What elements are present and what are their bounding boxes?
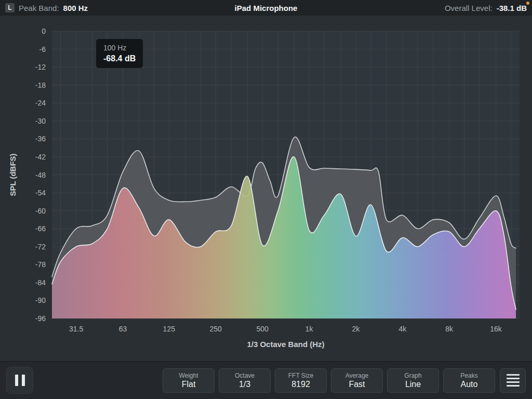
toolbar-button-average[interactable]: Average Fast	[331, 368, 383, 393]
svg-text:-72: -72	[35, 243, 46, 251]
channel-badge[interactable]: L	[5, 3, 15, 12]
button-label: Average	[345, 373, 368, 379]
svg-text:-84: -84	[35, 278, 46, 287]
spectrum-chart: 31.5631252505001k2k4k8k16k0-6-12-18-24-3…	[0, 16, 532, 361]
button-label: Octave	[235, 373, 255, 379]
pause-button[interactable]	[6, 367, 33, 394]
svg-text:250: 250	[210, 325, 222, 333]
svg-text:16k: 16k	[490, 325, 502, 333]
button-value: 8192	[291, 380, 310, 389]
hamburger-menu-icon	[507, 374, 520, 387]
bottom-toolbar: Weight Flat Octave 1/3 FFT Size 8192 Ave…	[0, 361, 532, 399]
svg-text:-78: -78	[35, 260, 46, 269]
button-label: Peaks	[460, 373, 477, 379]
svg-text:31.5: 31.5	[69, 325, 83, 333]
svg-text:500: 500	[256, 325, 269, 333]
toolbar-button-octave[interactable]: Octave 1/3	[219, 368, 271, 393]
overall-level-label: Overall Level:	[445, 4, 493, 12]
svg-text:-42: -42	[35, 153, 46, 161]
button-value: Line	[405, 380, 421, 389]
toolbar-button-graph[interactable]: Graph Line	[387, 368, 439, 393]
menu-button[interactable]	[500, 368, 526, 393]
svg-text:63: 63	[119, 325, 127, 333]
svg-text:-36: -36	[35, 135, 46, 143]
toolbar-button-fft-size[interactable]: FFT Size 8192	[275, 368, 327, 393]
svg-text:8k: 8k	[445, 325, 454, 333]
svg-text:4k: 4k	[398, 325, 407, 333]
svg-text:-24: -24	[35, 99, 46, 107]
status-indicator-dot	[526, 2, 529, 5]
button-value: Auto	[461, 380, 478, 389]
button-value: Fast	[349, 380, 365, 389]
pause-icon	[15, 375, 25, 386]
toolbar-button-weight[interactable]: Weight Flat	[163, 368, 215, 393]
input-source-title: iPad Microphone	[235, 4, 298, 12]
button-label: Weight	[179, 373, 198, 379]
button-label: FFT Size	[288, 373, 313, 379]
cursor-tooltip: 100 Hz -68.4 dB	[96, 39, 143, 68]
svg-text:-30: -30	[35, 117, 46, 125]
svg-text:-90: -90	[35, 296, 46, 304]
svg-text:-12: -12	[35, 63, 46, 71]
svg-text:125: 125	[163, 325, 176, 333]
tooltip-frequency: 100 Hz	[103, 44, 136, 52]
toolbar-button-peaks[interactable]: Peaks Auto	[443, 368, 495, 393]
svg-text:-66: -66	[35, 224, 46, 233]
svg-text:-54: -54	[35, 189, 46, 197]
overall-level-value: -38.1 dB	[497, 4, 527, 12]
svg-text:-60: -60	[35, 207, 46, 215]
svg-text:0: 0	[42, 27, 46, 35]
settings-button-group: Weight Flat Octave 1/3 FFT Size 8192 Ave…	[163, 368, 495, 393]
peak-band-value: 800 Hz	[63, 4, 88, 12]
x-axis-title: 1/3 Octave Band (Hz)	[247, 340, 324, 349]
svg-text:-18: -18	[35, 81, 46, 89]
button-value: Flat	[182, 380, 196, 389]
svg-text:-6: -6	[39, 45, 46, 54]
tooltip-level: -68.4 dB	[103, 54, 136, 63]
chart-area[interactable]: 31.5631252505001k2k4k8k16k0-6-12-18-24-3…	[0, 16, 532, 361]
peak-band-label: Peak Band:	[19, 4, 59, 12]
button-label: Graph	[404, 373, 421, 379]
y-axis-title: SPL (dBFS)	[8, 153, 17, 196]
svg-text:2k: 2k	[352, 325, 361, 333]
top-bar: L Peak Band: 800 Hz iPad Microphone Over…	[0, 0, 532, 16]
button-value: 1/3	[239, 380, 250, 389]
svg-text:1k: 1k	[305, 325, 314, 333]
svg-text:-48: -48	[35, 171, 46, 179]
svg-text:-96: -96	[35, 314, 46, 323]
